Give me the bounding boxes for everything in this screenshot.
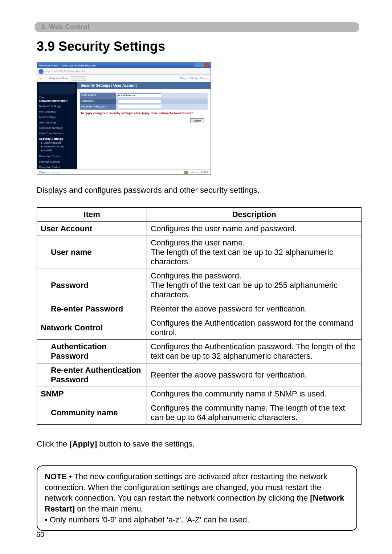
section-header-bar: 3. Web Control: [34, 22, 359, 32]
table-desc-cell: Configures the password.The length of th…: [147, 269, 362, 302]
table-item-cell: Re-enter Authentication Password: [47, 363, 147, 387]
password-input[interactable]: [118, 99, 161, 103]
note-label: NOTE: [45, 472, 67, 481]
table-item-cell: SNMP: [37, 387, 147, 401]
sidebar-net-info: Network Information: [39, 99, 75, 102]
table-item-cell: Community name: [47, 401, 147, 425]
panel-header: Security Settings / User Account: [77, 82, 211, 89]
intro-text: Displays and configures passwords and ot…: [37, 186, 359, 195]
address-bar: http://192.168.1.10/security.html: [45, 70, 86, 73]
apply-instruction: Click the [Apply] button to save the set…: [37, 439, 359, 449]
browser-tab: [71, 76, 86, 81]
table-desc-cell: Configures the community name. The lengt…: [147, 401, 362, 425]
status-zoom: 100%: [201, 171, 208, 174]
table-row: Network ControlConfigures the Authentica…: [37, 316, 362, 340]
internet-icon: [184, 171, 188, 174]
section-header-text: 3. Web Control: [41, 23, 90, 30]
browser-nav: http://192.168.1.10/security.html: [37, 68, 211, 75]
sidebar-sub: ▸ User Account ▸ Network Control ▸ SNMP: [39, 141, 75, 152]
form-row: Re-enter Password: [80, 104, 208, 110]
table-header-item: Item: [37, 208, 147, 222]
sidebar-item: Network Settings: [39, 105, 75, 108]
embedded-screenshot: Projector Setup - Windows Internet Explo…: [37, 62, 211, 175]
reenter-password-input[interactable]: [118, 105, 161, 109]
favorites-icon: ★: [39, 76, 43, 81]
sidebar-item: Mail Settings: [39, 115, 75, 119]
row-label: Re-enter Password: [80, 104, 116, 110]
screenshot-main: Security Settings / User Account User Na…: [77, 82, 211, 169]
page-title: 3.9 Security Settings: [34, 39, 359, 54]
back-icon: [38, 69, 44, 74]
table-item-cell: User name: [47, 236, 147, 269]
status-zone: Internet: [189, 171, 199, 174]
table-indent-cell: [37, 363, 47, 387]
table-desc-cell: Configures the user name.The length of t…: [147, 236, 362, 269]
table-indent-cell: [37, 401, 47, 425]
table-desc-cell: Configures the community name if SNMP is…: [147, 387, 362, 401]
window-buttons: [194, 63, 208, 68]
sidebar-item: Date/Time Settings: [39, 132, 75, 135]
table-desc-cell: Configures the user name and password.: [147, 222, 362, 236]
table-row: User nameConfigures the user name.The le…: [37, 236, 362, 269]
favorites-icon-2: ☆: [44, 76, 48, 81]
table-header-desc: Description: [147, 208, 362, 222]
warning-text: To apply changes to security settings: c…: [80, 110, 208, 116]
table-desc-cell: Reenter the above password for verificat…: [147, 302, 362, 316]
note-box: NOTE • The new configuration settings ar…: [37, 465, 357, 531]
table-item-cell: Password: [47, 269, 147, 302]
sidebar-logo: [39, 83, 75, 94]
sidebar-item: Schedule Settings: [39, 126, 75, 130]
table-row: SNMPConfigures the community name if SNM…: [37, 387, 362, 401]
table-desc-cell: Configures the Authentication password f…: [147, 316, 362, 340]
window-titlebar: Projector Setup - Windows Internet Explo…: [37, 62, 211, 68]
table-desc-cell: Reenter the above password for verificat…: [147, 363, 362, 387]
table-item-cell: Re-enter Password: [47, 302, 147, 316]
sidebar-item: Projector Status: [39, 166, 75, 169]
table-row: Community nameConfigures the community n…: [37, 401, 362, 425]
browser-toolbar: ★ ☆ Projector Setup Page · Safety · Tool…: [37, 75, 211, 82]
table-indent-cell: [37, 302, 47, 316]
sidebar-item: Projector Control: [39, 155, 75, 158]
sidebar-top: Top:: [39, 96, 75, 99]
table-row: User AccountConfigures the user name and…: [37, 222, 362, 236]
sidebar-item: Alert Settings: [39, 121, 75, 124]
status-text: Done: [39, 171, 46, 174]
table-desc-cell: Configures the Authentication password. …: [147, 340, 362, 363]
table-indent-cell: [37, 236, 47, 269]
note-bullet-1: • The new configuration settings are act…: [45, 472, 327, 502]
table-row: Authentication PasswordConfigures the Au…: [37, 340, 362, 363]
table-item-cell: Authentication Password: [47, 340, 147, 363]
form-row: Password: [80, 98, 208, 104]
user-name-input[interactable]: [118, 93, 161, 97]
table-row: Re-enter Authentication PasswordReenter …: [37, 363, 362, 387]
sidebar-item: Remote Control: [39, 160, 75, 163]
screenshot-sidebar: Top: Network Information Network Setting…: [37, 82, 77, 169]
row-label: Password: [80, 98, 116, 104]
toolbar-links: Page · Safety · Tools ·: [180, 77, 208, 80]
note-bullet-2: • Only numbers '0-9' and alphabet 'a-z',…: [45, 515, 249, 524]
table-item-cell: Network Control: [37, 316, 147, 340]
apply-button[interactable]: Apply: [190, 118, 204, 123]
page-number: 60: [36, 530, 44, 539]
table-indent-cell: [37, 269, 47, 302]
table-row: PasswordConfigures the password.The leng…: [37, 269, 362, 302]
table-indent-cell: [37, 340, 47, 363]
window-title: Projector Setup - Windows Internet Explo…: [39, 64, 96, 67]
sidebar-item: Port Settings: [39, 110, 75, 113]
row-label: User Name: [80, 93, 116, 98]
table-item-cell: User Account: [37, 222, 147, 236]
sidebar-security: Security Settings: [39, 137, 75, 140]
form-row: User Name: [80, 93, 208, 98]
settings-table: Item Description User AccountConfigures …: [37, 207, 362, 425]
table-row: Re-enter PasswordReenter the above passw…: [37, 302, 362, 316]
site-label: Projector Setup: [49, 77, 69, 80]
